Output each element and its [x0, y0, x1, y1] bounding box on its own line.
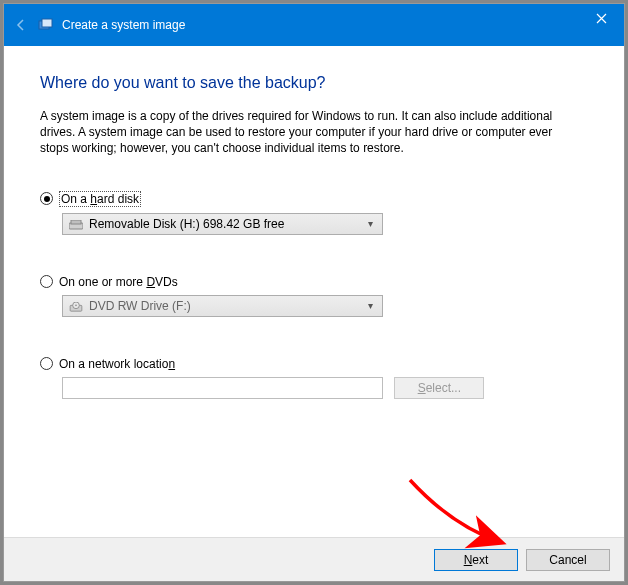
back-button[interactable] [4, 4, 38, 46]
dvd-dropdown[interactable]: DVD RW Drive (F:) ▾ [62, 295, 383, 317]
close-icon [596, 13, 607, 24]
removable-disk-icon [69, 219, 83, 229]
radio-network[interactable]: On a network location [40, 357, 588, 371]
select-network-button: Select... [394, 377, 484, 399]
hard-disk-selected: Removable Disk (H:) 698.42 GB free [89, 217, 356, 231]
dvd-drive-icon [69, 301, 83, 311]
footer-bar: Next Cancel [4, 537, 624, 581]
close-button[interactable] [579, 4, 624, 32]
network-path-input[interactable] [62, 377, 383, 399]
radio-icon [40, 192, 53, 205]
content-area: Where do you want to save the backup? A … [4, 46, 624, 537]
option-hard-disk: On a hard disk Removable Disk (H:) 698.4… [40, 191, 588, 235]
page-heading: Where do you want to save the backup? [40, 74, 588, 92]
svg-rect-1 [42, 19, 52, 27]
chevron-down-icon: ▾ [362, 218, 378, 229]
page-description: A system image is a copy of the drives r… [40, 108, 580, 157]
network-row: Select... [40, 377, 588, 399]
radio-icon [40, 357, 53, 370]
window-frame: Create a system image Where do you want … [3, 3, 625, 582]
radio-label-network: On a network location [59, 357, 175, 371]
radio-hard-disk[interactable]: On a hard disk [40, 191, 588, 207]
svg-point-6 [75, 304, 77, 306]
hard-disk-dropdown[interactable]: Removable Disk (H:) 698.42 GB free ▾ [62, 213, 383, 235]
radio-label-dvds: On one or more DVDs [59, 275, 178, 289]
dvd-selected: DVD RW Drive (F:) [89, 299, 356, 313]
option-dvds: On one or more DVDs DVD RW Drive (F:) ▾ [40, 275, 588, 317]
radio-label-hard-disk: On a hard disk [59, 191, 141, 207]
next-button[interactable]: Next [434, 549, 518, 571]
option-network: On a network location Select... [40, 357, 588, 399]
chevron-down-icon: ▾ [362, 300, 378, 311]
radio-icon [40, 275, 53, 288]
app-icon [38, 17, 54, 33]
back-arrow-icon [13, 17, 29, 33]
radio-dvds[interactable]: On one or more DVDs [40, 275, 588, 289]
cancel-button[interactable]: Cancel [526, 549, 610, 571]
svg-rect-3 [71, 220, 81, 224]
title-bar: Create a system image [4, 4, 624, 46]
window-title: Create a system image [62, 18, 185, 32]
